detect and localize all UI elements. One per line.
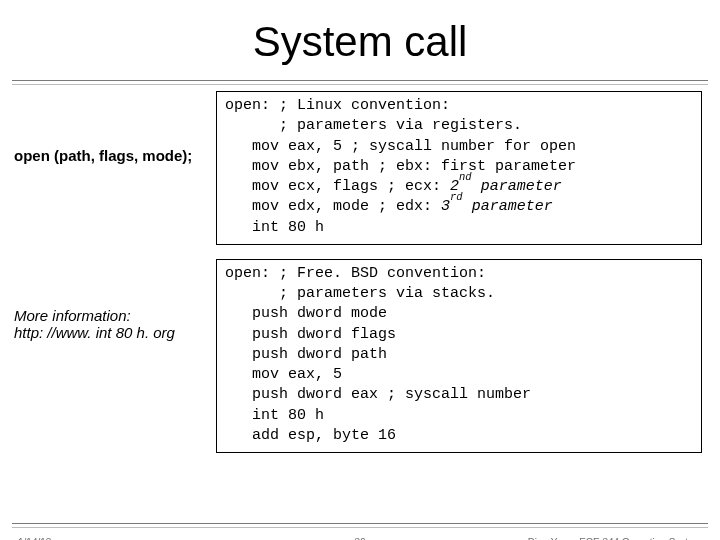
- row-freebsd: More information: http: //www. int 80 h.…: [0, 259, 720, 453]
- code-fragment: mov edx, mode ; edx:: [225, 198, 441, 215]
- slide: System call open (path, flags, mode); op…: [0, 18, 720, 540]
- ordinal-suffix: rd: [450, 191, 463, 203]
- code-line: push dword flags: [225, 325, 693, 345]
- code-line: ; parameters via registers.: [225, 116, 693, 136]
- row-linux: open (path, flags, mode); open: ; Linux …: [0, 91, 720, 245]
- more-info-url: http: //www. int 80 h. org: [14, 324, 216, 341]
- code-line: mov eax, 5: [225, 365, 693, 385]
- divider-bottom-light: [12, 527, 708, 528]
- more-info-label: More information:: [14, 307, 216, 324]
- slide-title: System call: [0, 18, 720, 66]
- divider-top-dark: [12, 80, 708, 81]
- code-line: push dword path: [225, 345, 693, 365]
- divider-bottom-dark: [12, 523, 708, 524]
- code-line: push dword mode: [225, 304, 693, 324]
- code-line: int 80 h: [225, 406, 693, 426]
- code-line: mov edx, mode ; edx: 3rd parameter: [225, 197, 693, 217]
- code-line: open: ; Linux convention:: [225, 96, 693, 116]
- code-line: open: ; Free. BSD convention:: [225, 264, 693, 284]
- code-line: int 80 h: [225, 218, 693, 238]
- slide-body: open (path, flags, mode); open: ; Linux …: [0, 85, 720, 453]
- code-line: add esp, byte 16: [225, 426, 693, 446]
- left-more-info: More information: http: //www. int 80 h.…: [0, 259, 216, 341]
- code-fragment: mov ecx, flags ; ecx:: [225, 178, 450, 195]
- footer: 1/14/13 36 Ding Yuan, ECE 344 Operating …: [0, 530, 720, 540]
- codebox-linux: open: ; Linux convention: ; parameters v…: [216, 91, 702, 245]
- divider-bottom-group: [0, 519, 720, 528]
- code-line: mov eax, 5 ; syscall number for open: [225, 137, 693, 157]
- code-fragment: parameter: [472, 178, 562, 195]
- codebox-freebsd: open: ; Free. BSD convention: ; paramete…: [216, 259, 702, 453]
- code-line: ; parameters via stacks.: [225, 284, 693, 304]
- left-call-signature: open (path, flags, mode);: [0, 91, 216, 164]
- code-line: push dword eax ; syscall number: [225, 385, 693, 405]
- open-call-text: open (path, flags, mode);: [14, 147, 192, 164]
- code-fragment: parameter: [463, 198, 553, 215]
- ordinal-suffix: nd: [459, 171, 472, 183]
- code-fragment: 3: [441, 198, 450, 215]
